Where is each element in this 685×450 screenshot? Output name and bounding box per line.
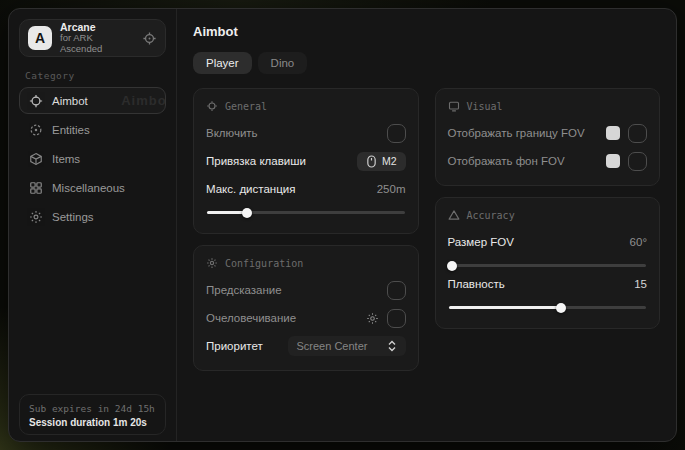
smoothness-value: 15	[634, 278, 647, 290]
sidebar-item-settings[interactable]: Settings	[19, 203, 166, 230]
sidebar-item-aimbot[interactable]: Aimbot Aimbot	[19, 87, 166, 114]
priority-value: Screen Center	[297, 340, 368, 352]
right-column: Visual Отображать границу FOV Отображать…	[435, 88, 661, 329]
fov-bg-controls	[606, 152, 647, 171]
humanization-checkbox[interactable]	[387, 309, 406, 328]
slider-thumb[interactable]	[447, 261, 457, 271]
tab-bar: Player Dino	[193, 52, 660, 74]
fov-border-row: Отображать границу FOV	[448, 122, 648, 144]
priority-dropdown[interactable]: Screen Center	[288, 336, 406, 356]
sidebar-item-miscellaneous[interactable]: Miscellaneous	[19, 174, 166, 201]
sidebar-item-label: Aimbot	[52, 95, 88, 107]
fov-bg-label: Отображать фон FOV	[448, 155, 565, 167]
fov-size-label: Размер FOV	[448, 236, 514, 248]
humanization-row: Очеловечивание	[206, 307, 406, 329]
fov-bg-checkbox[interactable]	[628, 152, 647, 171]
enable-row: Включить	[206, 122, 406, 144]
humanization-label: Очеловечивание	[206, 312, 296, 324]
visual-card-header: Visual	[448, 100, 648, 112]
left-column: General Включить Привязка клавиши	[193, 88, 419, 371]
sidebar-item-label: Items	[52, 153, 80, 165]
max-distance-value: 250m	[377, 183, 406, 195]
target-icon	[206, 100, 218, 112]
logo-card: A Arcane for ARK Ascended	[19, 19, 166, 57]
gear-icon	[206, 257, 218, 269]
fov-border-checkbox[interactable]	[628, 124, 647, 143]
fov-border-controls	[606, 124, 647, 143]
tab-player[interactable]: Player	[193, 52, 252, 74]
slider-thumb[interactable]	[242, 208, 252, 218]
accuracy-card-title: Accuracy	[467, 210, 515, 221]
sidebar-item-label: Entities	[52, 124, 90, 136]
fov-border-label: Отображать границу FOV	[448, 127, 585, 139]
display-icon	[448, 100, 460, 112]
keybind-button[interactable]: M2	[357, 152, 406, 171]
keybind-label: Привязка клавиши	[206, 155, 306, 167]
page-title: Aimbot	[193, 24, 660, 39]
sidebar-item-ghost-label: Aimbot	[121, 93, 166, 108]
session-info-card: Sub expires in 24d 15h Session duration …	[19, 394, 166, 435]
sidebar-item-entities[interactable]: Entities	[19, 116, 166, 143]
fov-size-value: 60°	[630, 236, 647, 248]
session-duration-text: Session duration 1m 20s	[29, 417, 156, 428]
triangle-icon	[448, 209, 460, 221]
enable-label: Включить	[206, 127, 258, 139]
general-card-header: General	[206, 100, 406, 112]
configuration-card-header: Configuration	[206, 257, 406, 269]
scope-icon[interactable]	[142, 31, 157, 46]
box-icon	[29, 152, 43, 166]
mouse-icon	[366, 155, 377, 168]
slider-fill	[207, 211, 247, 214]
accuracy-card-header: Accuracy	[448, 209, 648, 221]
grid-icon	[29, 181, 43, 195]
fov-bg-row: Отображать фон FOV	[448, 150, 648, 172]
app-subtitle: for ARK Ascended	[60, 33, 134, 55]
smoothness-slider[interactable]	[449, 306, 647, 309]
sidebar: A Arcane for ARK Ascended Category	[9, 9, 177, 441]
max-distance-label: Макс. дистанция	[206, 183, 295, 195]
slider-fill	[449, 264, 453, 267]
sub-expires-text: Sub expires in 24d 15h	[29, 403, 156, 414]
sidebar-nav: Aimbot Aimbot Entities Items	[19, 87, 166, 230]
cards-grid: General Включить Привязка клавиши	[193, 88, 660, 371]
visual-card: Visual Отображать границу FOV Отображать…	[435, 88, 661, 186]
humanization-controls	[366, 309, 406, 328]
fov-border-color-swatch[interactable]	[606, 126, 620, 140]
accuracy-card: Accuracy Размер FOV 60° Плавность 15	[435, 197, 661, 329]
slider-thumb[interactable]	[556, 303, 566, 313]
priority-row: Приоритет Screen Center	[206, 335, 406, 357]
general-card: General Включить Привязка клавиши	[193, 88, 419, 234]
sidebar-item-items[interactable]: Items	[19, 145, 166, 172]
max-distance-row: Макс. дистанция 250m	[206, 178, 406, 200]
scan-icon	[29, 123, 43, 137]
app-window: A Arcane for ARK Ascended Category	[8, 8, 677, 442]
prediction-label: Предсказание	[206, 284, 282, 296]
fov-bg-color-swatch[interactable]	[606, 154, 620, 168]
slider-fill	[449, 306, 562, 309]
keybind-value: M2	[382, 155, 397, 167]
visual-card-title: Visual	[467, 101, 503, 112]
smoothness-row: Плавность 15	[448, 273, 648, 295]
configuration-card: Configuration Предсказание Очеловечивани…	[193, 245, 419, 371]
prediction-checkbox[interactable]	[387, 281, 406, 300]
enable-checkbox[interactable]	[387, 124, 406, 143]
sidebar-item-label: Miscellaneous	[52, 182, 125, 194]
prediction-row: Предсказание	[206, 279, 406, 301]
fov-size-row: Размер FOV 60°	[448, 231, 648, 253]
max-distance-slider[interactable]	[207, 211, 405, 214]
sidebar-item-label: Settings	[52, 211, 94, 223]
gear-icon	[29, 210, 43, 224]
keybind-row: Привязка клавиши M2	[206, 150, 406, 172]
unfold-icon	[387, 340, 397, 352]
app-logo: A	[28, 26, 52, 50]
fov-size-slider[interactable]	[449, 264, 647, 267]
priority-label: Приоритет	[206, 340, 263, 352]
category-label: Category	[25, 70, 160, 81]
general-card-title: General	[225, 101, 267, 112]
app-title-block: Arcane for ARK Ascended	[60, 21, 134, 55]
crosshair-icon	[29, 94, 43, 108]
tab-dino[interactable]: Dino	[258, 52, 308, 74]
humanization-settings-icon[interactable]	[366, 312, 379, 325]
main-content: Aimbot Player Dino General	[177, 9, 676, 441]
configuration-card-title: Configuration	[225, 258, 303, 269]
